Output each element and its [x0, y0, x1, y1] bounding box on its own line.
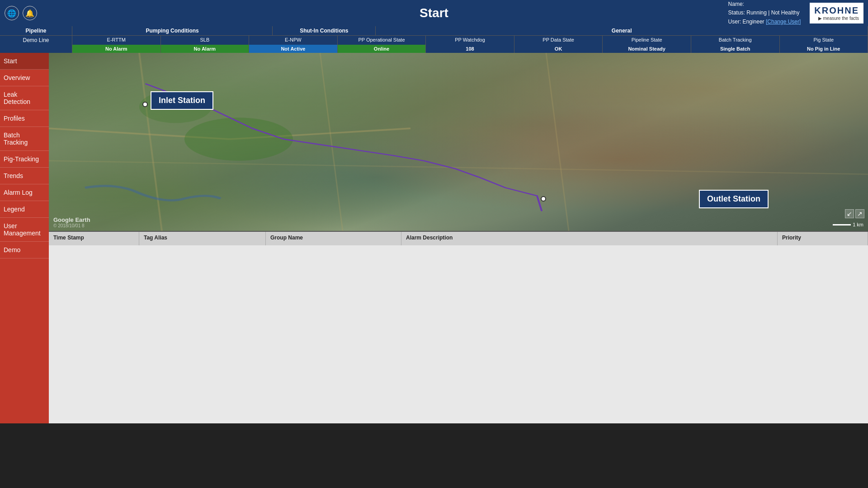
name-label: Name:	[728, 1, 744, 7]
sidebar-item-legend[interactable]: Legend	[0, 201, 49, 218]
spacer-cell	[0, 45, 72, 53]
page-title: Start	[420, 6, 448, 20]
map-copyright: © 2018/10/01 8	[53, 223, 90, 228]
val-pp-data: OK	[514, 45, 603, 53]
val-pp-ops: Online	[338, 45, 426, 53]
alarm-col-priority: Priority	[778, 232, 868, 246]
pipeline-name: Demo Line	[0, 36, 72, 45]
map-container[interactable]: Inlet Station Outlet Station Google Eart…	[49, 53, 868, 231]
globe-icon[interactable]: 🌐	[5, 6, 19, 20]
change-user-link[interactable]: [Change User]	[766, 19, 801, 25]
inlet-station-label[interactable]: Inlet Station	[151, 91, 213, 110]
val-pipeline-state: Nominal Steady	[603, 45, 691, 53]
map-footer: Google Earth © 2018/10/01 8	[53, 216, 90, 228]
sidebar-item-pig-tracking[interactable]: Pig-Tracking	[0, 151, 49, 168]
alarm-col-tag-alias: Tag Alias	[139, 232, 266, 246]
col-e-npw: E-NPW	[249, 36, 338, 45]
val-batch-tracking: Single Batch	[691, 45, 780, 53]
status-label: Status:	[728, 9, 745, 16]
user-label: User: Engineer	[728, 19, 764, 25]
alarm-headers: Time Stamp Tag Alias Group Name Alarm De…	[49, 232, 868, 246]
alarm-col-timestamp: Time Stamp	[49, 232, 139, 246]
outlet-dot	[541, 196, 546, 202]
logo-sub: ▶ measure the facts	[818, 16, 859, 21]
scale-bar	[833, 224, 851, 225]
table-group-headers: Pipeline Pumping Conditions Shut-In Cond…	[0, 26, 868, 36]
top-status-table: Pipeline Pumping Conditions Shut-In Cond…	[0, 26, 868, 53]
val-e-npw: Not Active	[249, 45, 338, 53]
outlet-station-label[interactable]: Outlet Station	[699, 190, 769, 208]
inlet-dot	[142, 102, 148, 107]
bell-icon[interactable]: 🔔	[23, 6, 37, 20]
val-pig-state: No Pig in Line	[780, 45, 868, 53]
col-pp-data: PP Data State	[514, 36, 603, 45]
sidebar-item-start[interactable]: Start	[0, 53, 49, 70]
col-pp-watchdog: PP Watchdog	[426, 36, 514, 45]
google-earth-label: Google Earth	[53, 216, 90, 223]
general-header: General	[376, 26, 868, 35]
val-e-rttm: No Alarm	[72, 45, 161, 53]
sidebar-item-demo[interactable]: Demo	[0, 242, 49, 258]
alarm-col-description: Alarm Description	[401, 232, 778, 246]
map-scale: 1 km	[833, 222, 863, 227]
col-pig-state: Pig State	[780, 36, 868, 45]
val-slb: No Alarm	[161, 45, 250, 53]
scale-label: 1 km	[853, 222, 863, 227]
table-column-headers: Demo Line E-RTTM SLB E-NPW PP Operationa…	[0, 36, 868, 45]
alarm-col-group-name: Group Name	[266, 232, 401, 246]
sidebar-item-batch-tracking[interactable]: Batch Tracking	[0, 127, 49, 151]
col-pipeline-state: Pipeline State	[603, 36, 691, 45]
header-icons: 🌐 🔔	[5, 6, 37, 20]
shut-in-conditions-header: Shut-In Conditions	[273, 26, 376, 35]
map-zoom-controls: ↙ ↗	[845, 209, 864, 218]
val-pp-watchdog: 108	[426, 45, 514, 53]
sidebar-item-alarm-log[interactable]: Alarm Log	[0, 184, 49, 201]
col-batch-tracking: Batch Tracking	[691, 36, 780, 45]
header-info: Name: Status: Running | Not Healthy User…	[728, 0, 801, 26]
col-slb: SLB	[161, 36, 250, 45]
zoom-in-icon[interactable]: ↗	[855, 209, 864, 218]
sidebar-item-trends[interactable]: Trends	[0, 168, 49, 184]
krohne-logo: KROHNE ▶ measure the facts	[810, 3, 863, 23]
status-value: Running | Not Healthy	[746, 9, 799, 16]
col-pp-ops: PP Operational State	[338, 36, 426, 45]
table-values: No Alarm No Alarm Not Active Online 108 …	[0, 45, 868, 53]
sidebar: Start Overview Leak Detection Profiles B…	[0, 53, 49, 423]
alarm-table: Time Stamp Tag Alias Group Name Alarm De…	[49, 231, 868, 245]
sidebar-item-overview[interactable]: Overview	[0, 70, 49, 86]
pumping-conditions-header: Pumping Conditions	[72, 26, 273, 35]
main-area: Start Overview Leak Detection Profiles B…	[0, 53, 868, 423]
alarm-body	[49, 245, 868, 423]
col-e-rttm: E-RTTM	[72, 36, 161, 45]
sidebar-item-profiles[interactable]: Profiles	[0, 110, 49, 127]
header: 🌐 🔔 Start Name: Status: Running | Not He…	[0, 0, 868, 26]
pipeline-header: Pipeline	[0, 26, 72, 35]
zoom-out-icon[interactable]: ↙	[845, 209, 854, 218]
sidebar-item-user-mgmt[interactable]: User Management	[0, 218, 49, 242]
logo-text: KROHNE	[814, 5, 859, 16]
sidebar-item-leak-detection[interactable]: Leak Detection	[0, 86, 49, 110]
